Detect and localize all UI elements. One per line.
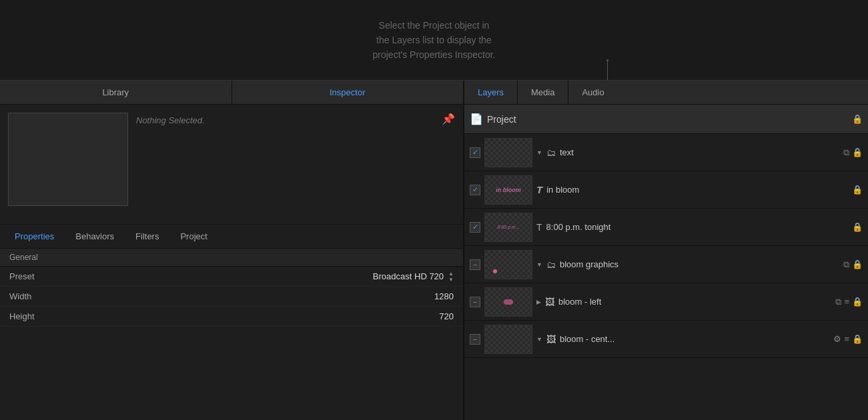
layers-list: 📄 Project 🔒 ✓ ▼ 🗂 text ⧉ 🔒 ✓ [464,105,868,420]
preset-row: Preset Broadcast HD 720 ▲ ▼ [0,267,463,287]
bloom-left-actions: ⧉ ≡ 🔒 [835,297,863,307]
width-label: Width [9,291,76,301]
general-section-header: General [0,249,463,267]
bloom-cent-actions: ⚙ ≡ 🔒 [833,334,863,344]
main-container: Library Inspector Nothing Selected. 📌 Pr… [0,80,868,420]
project-doc-icon: 📄 [470,113,483,125]
tab-media[interactable]: Media [518,81,568,104]
bloom-cent-gear-icon[interactable]: ⚙ [833,334,841,344]
text-group-copy-icon[interactable]: ⧉ [843,147,849,158]
bloom-left-icon: 🖼 [545,297,554,307]
8pm-name: 8:00 p.m. tonight [546,222,848,232]
bloom-graphics-checkbox[interactable]: − [470,259,480,270]
height-row: Height 720 [0,307,463,327]
tooltip-dot [606,59,608,61]
layer-row-bloom-left[interactable]: − ▶ 🖼 bloom - left ⧉ ≡ 🔒 [464,283,868,321]
sub-tab-filters[interactable]: Filters [126,229,168,244]
preset-value[interactable]: Broadcast HD 720 ▲ ▼ [373,271,454,283]
bloom-graphics-lock-icon[interactable]: 🔒 [852,259,863,269]
sub-tab-behaviors[interactable]: Behaviors [66,229,123,244]
nothing-selected-label: Nothing Selected. [136,113,434,125]
in-bloom-lock-icon[interactable]: 🔒 [852,185,863,195]
tab-inspector[interactable]: Inspector [232,81,464,104]
sub-tab-project[interactable]: Project [171,229,216,244]
in-bloom-text-icon: T [536,184,542,195]
right-tab-bar: Layers Media Audio [464,81,868,105]
text-group-checkbox[interactable]: ✓ [470,147,480,158]
sub-tab-bar: Properties Behaviors Filters Project [0,225,463,249]
tooltip-area: Select the Project object in the Layers … [0,0,868,80]
text-group-lock-icon[interactable]: 🔒 [852,147,863,157]
text-group-name: text [560,147,839,157]
bloom-graphics-expand[interactable]: ▼ [536,261,542,268]
bloom-left-name: bloom - left [558,297,831,307]
text-group-actions: ⧉ 🔒 [843,147,863,158]
preview-area: Nothing Selected. 📌 [0,105,463,225]
width-row: Width 1280 [0,287,463,307]
bloom-left-expand[interactable]: ▶ [536,299,541,305]
layer-row-project[interactable]: 📄 Project 🔒 [464,105,868,134]
bloom-graphics-name: bloom graphics [560,259,839,269]
bloom-cent-stack-icon[interactable]: ≡ [844,334,849,344]
project-lock-icon[interactable]: 🔒 [852,114,863,124]
layer-row-bloom-cent[interactable]: − ▼ 🖼 bloom - cent... ⚙ ≡ 🔒 [464,321,868,358]
layer-row-text-group[interactable]: ✓ ▼ 🗂 text ⧉ 🔒 [464,134,868,171]
text-group-icon: 🗂 [546,147,556,158]
bloom-cent-icon: 🖼 [546,334,556,345]
preset-stepper[interactable]: ▲ ▼ [448,271,454,283]
8pm-actions: 🔒 [852,222,863,232]
bloom-cent-thumb [484,325,532,354]
8pm-text-icon: T [536,222,542,233]
8pm-lock-icon[interactable]: 🔒 [852,222,863,232]
preset-label: Preset [9,271,76,281]
layer-row-bloom-graphics[interactable]: − ▼ 🗂 bloom graphics ⧉ 🔒 [464,246,868,283]
right-panel: Layers Media Audio 📄 Project 🔒 ✓ [464,81,868,420]
left-tab-bar: Library Inspector [0,81,463,105]
bloom-graphics-actions: ⧉ 🔒 [843,259,863,270]
height-label: Height [9,311,76,321]
bloom-cent-expand[interactable]: ▼ [536,336,542,343]
bloom-cent-checkbox[interactable]: − [470,334,480,345]
bloom-left-lock-icon[interactable]: 🔒 [852,297,863,307]
text-group-expand[interactable]: ▼ [536,149,542,156]
bloom-left-stack-icon[interactable]: ≡ [844,297,849,307]
pin-icon[interactable]: 📌 [442,113,455,125]
layer-row-8pm[interactable]: ✓ 8:00 p.m... T 8:00 p.m. tonight 🔒 [464,209,868,246]
in-bloom-thumb: in bloom [484,175,532,205]
height-value: 720 [439,311,454,321]
tooltip-line [607,60,608,80]
8pm-thumb: 8:00 p.m... [484,213,532,242]
8pm-checkbox[interactable]: ✓ [470,222,480,233]
sub-tab-properties[interactable]: Properties [5,229,63,244]
bloom-cent-name: bloom - cent... [560,334,829,344]
bloom-graphics-copy-icon[interactable]: ⧉ [843,259,849,270]
bloom-graphics-thumb [484,250,532,279]
left-panel: Library Inspector Nothing Selected. 📌 Pr… [0,81,464,420]
in-bloom-actions: 🔒 [852,185,863,195]
bloom-cent-lock-icon[interactable]: 🔒 [852,334,863,344]
text-group-thumb [484,138,532,167]
properties-panel: General Preset Broadcast HD 720 ▲ ▼ Widt… [0,249,463,420]
preview-canvas [8,113,128,206]
width-value: 1280 [434,291,454,301]
bloom-left-copy-icon[interactable]: ⧉ [835,297,841,307]
in-bloom-checkbox[interactable]: ✓ [470,185,480,195]
bloom-left-checkbox[interactable]: − [470,297,480,307]
tooltip-text: Select the Project object in the Layers … [373,19,496,62]
layer-row-in-bloom[interactable]: ✓ in bloom T in bloom 🔒 [464,171,868,209]
bloom-left-thumb [484,287,532,317]
tab-layers[interactable]: Layers [464,81,518,104]
in-bloom-name: in bloom [546,185,848,195]
tab-library[interactable]: Library [0,81,232,104]
tab-audio[interactable]: Audio [568,81,617,104]
bloom-graphics-icon: 🗂 [546,259,556,270]
project-name: Project [487,114,848,125]
